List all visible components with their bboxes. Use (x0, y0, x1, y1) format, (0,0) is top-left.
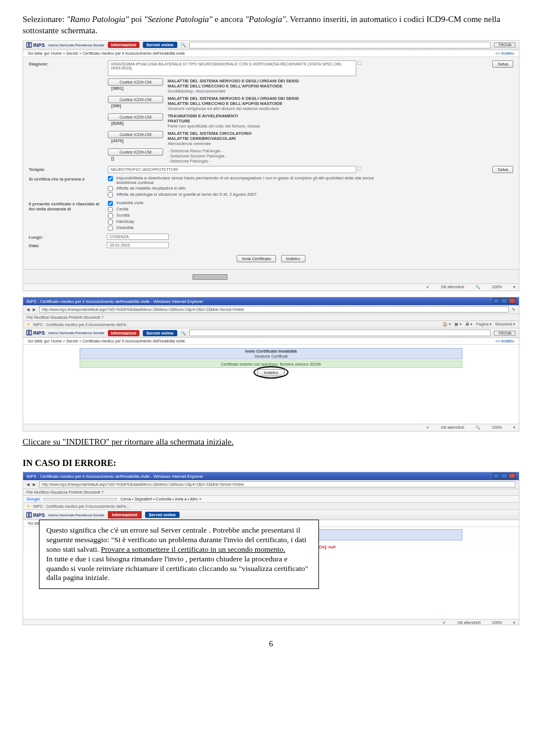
select-patologia[interactable]: - Seleziona Patologia - (168, 159, 227, 164)
icd9-code-2: [8208] (108, 121, 163, 126)
breadcrumb: Voi siete qui: Home > Servizi > Certific… (23, 50, 519, 57)
page-menu[interactable]: Pagina ▾ (476, 322, 492, 327)
tab-servizi-online[interactable]: Servizi online (145, 512, 179, 518)
icd9-code-0: [3891] (108, 86, 163, 91)
ril-opt-1-checkbox[interactable] (108, 207, 113, 212)
breadcrumb-indietro-link[interactable]: << Indietro (496, 51, 514, 55)
codice-icd9-button[interactable]: Codice ICD9-CM (108, 96, 163, 103)
back-icon[interactable]: ◀ (27, 482, 29, 487)
checkmark-icon: ✔ (426, 285, 430, 289)
icd9-code-3: [4370] (108, 138, 163, 143)
zoom-dropdown-icon[interactable]: ▾ (513, 425, 515, 430)
favorites-icon[interactable]: ★ (27, 322, 30, 327)
tab-servizi-online[interactable]: Servizi online (143, 330, 177, 336)
tools-menu[interactable]: Strumenti ▾ (495, 322, 515, 327)
browser-tab[interactable]: INPS - Certificato medico per il riconos… (33, 504, 129, 508)
terapia-label: Terapia: (29, 166, 102, 172)
tab-informazioni[interactable]: Informazioni (108, 330, 140, 336)
ie-titlebar: INPS - Certificato medico per il riconos… (23, 297, 519, 305)
horizontal-scrollbar[interactable] (23, 269, 519, 283)
diagnosi-label: Diagnosi: (29, 60, 102, 67)
zoom-level: 100% (492, 285, 502, 289)
screenshot-form: 🄴 INPS Istituto Nazionale Previdenza Soc… (23, 40, 519, 292)
google-toolbar[interactable]: Google Cerca • Segnalibri • Controlla • … (23, 496, 519, 503)
tab-informazioni[interactable]: Informazioni (108, 42, 140, 48)
select-ramo-patologia[interactable]: - Seleziona Ramo Patologia - (168, 148, 227, 153)
print-icon[interactable]: 🖶 ▾ (465, 322, 473, 327)
forward-icon[interactable]: ▶ (33, 482, 36, 487)
panel-title: Invio Certificato Invalidità (80, 349, 462, 354)
invia-certificato-button[interactable]: Invia Certificato (237, 255, 276, 262)
refresh-icon[interactable]: ↻ (512, 307, 515, 312)
trova-button[interactable]: TROVA (494, 42, 515, 47)
icd9-code-4: [] (108, 156, 163, 161)
intro-step3: "Patologia" (245, 15, 286, 24)
intro-paragraph: Selezionare: "Ramo Patologia" poi "Sezio… (23, 14, 519, 37)
diagnosi-textarea[interactable]: GRAVISSIMA IPOACUSIA BILATERALE DI TIPO … (108, 60, 356, 76)
salva-diagnosi-button[interactable]: Salva (492, 60, 513, 68)
certifica-label: Si certifica che la persona è (29, 175, 102, 182)
data-label: Data: (29, 242, 102, 248)
breadcrumb-indietro-link[interactable]: << Indietro (496, 339, 514, 343)
intro-prefix: Selezionare: (23, 15, 67, 24)
luogo-input[interactable]: COSENZA (107, 234, 169, 240)
window-title: INPS - Certificato medico per il riconos… (27, 299, 203, 304)
browser-status-bar: ✔ Siti attendibili 🔍 100% ▾ (23, 283, 519, 291)
ril-opt-0-checkbox[interactable] (108, 201, 113, 206)
address-bar[interactable]: http://www.inps.it/newportal/default.asp… (39, 481, 515, 487)
back-icon[interactable]: ◀ (27, 307, 29, 312)
inps-logo-subtitle: Istituto Nazionale Previdenza Sociale (49, 43, 104, 47)
luogo-label: Luogo: (29, 234, 102, 240)
checkmark-icon: ✔ (426, 425, 430, 430)
ril-opt-3-checkbox[interactable] (108, 219, 113, 225)
salva-terapia-button[interactable]: Salva (492, 166, 513, 173)
data-input[interactable]: 20-01-2010 (107, 242, 169, 248)
ril-opt-2-checkbox[interactable] (108, 213, 113, 218)
codice-icd9-button[interactable]: Codice ICD9-CM (108, 131, 163, 138)
window-buttons[interactable] (492, 298, 515, 305)
favorites-icon[interactable]: ★ (27, 504, 30, 508)
window-title: INPS - Certificato medico per il riconos… (27, 474, 203, 479)
forward-icon[interactable]: ▶ (33, 307, 36, 312)
search-input[interactable] (189, 42, 491, 49)
panel-subtitle: Gestione Certificati (80, 354, 462, 359)
cert-opt-0-label: Impossibilitata a deambulare senza l'aiu… (116, 176, 390, 186)
codice-icd9-button[interactable]: Codice ICD9-CM (108, 78, 163, 86)
home-icon[interactable]: 🏠 ▾ (443, 322, 451, 327)
cert-opt-1-label: Affetta da malattia neoplastica in atto (116, 186, 186, 191)
google-search-input[interactable] (43, 498, 117, 500)
tab-informazioni[interactable]: Informazioni (108, 511, 142, 518)
window-buttons[interactable] (492, 473, 515, 480)
search-input[interactable] (189, 329, 491, 336)
terapia-textarea[interactable]: NEUROTROFICI VASOPROTETTORI (108, 166, 356, 173)
screenshot-success: INPS - Certificato medico per il riconos… (23, 297, 519, 432)
cert-opt-1-checkbox[interactable] (108, 186, 113, 191)
tab-servizi-online[interactable]: Servizi online (143, 42, 177, 48)
error-explanation-callout: Questo significa che c'è un errore sul S… (39, 520, 319, 589)
codice-icd9-button[interactable]: Codice ICD9-CM (108, 148, 163, 156)
ie-menubar[interactable]: File Modifica Visualizza Preferiti Strum… (23, 489, 519, 496)
icd9-code-1: [386] (108, 103, 163, 108)
inps-logo: 🄴 INPS (27, 512, 45, 518)
address-bar[interactable]: http://www.inps.it/newportal/default.asp… (39, 306, 509, 313)
ie-menubar[interactable]: File Modifica Visualizza Preferiti Strum… (23, 314, 519, 321)
search-icon: 🔍 (181, 42, 186, 47)
browser-tab[interactable]: INPS - Certificato medico per il riconos… (33, 323, 129, 327)
feed-icon[interactable]: ▦ ▾ (454, 322, 462, 327)
inps-logo: 🄴 INPS (27, 42, 45, 48)
inps-header: 🄴 INPS Istituto Nazionale Previdenza Soc… (23, 41, 519, 50)
cert-opt-2-checkbox[interactable] (108, 192, 113, 197)
google-toolbar-items[interactable]: Cerca • Segnalibri • Controlla • Invia a… (120, 497, 202, 501)
error-section-heading: IN CASO DI ERRORE: (23, 458, 519, 468)
zoom-dropdown-icon[interactable]: ▾ (513, 621, 515, 625)
zoom-dropdown-icon[interactable]: ▾ (513, 285, 515, 289)
indietro-button[interactable]: Indietro (281, 255, 305, 262)
select-sezione-patologia[interactable]: - Seleziona Sezione Patologia - (168, 153, 227, 159)
trova-button[interactable]: TROVA (494, 331, 515, 336)
form-body: Diagnosi: GRAVISSIMA IPOACUSIA BILATERAL… (23, 57, 519, 270)
ril-opt-4-checkbox[interactable] (108, 226, 113, 231)
codice-icd9-button[interactable]: Codice ICD9-CM (108, 113, 163, 121)
cert-opt-0-checkbox[interactable] (108, 176, 113, 181)
intro-step1: "Ramo Patologia" (67, 15, 129, 24)
rilasciato-label: Il presente certificato è rilasciato ai … (29, 200, 102, 212)
